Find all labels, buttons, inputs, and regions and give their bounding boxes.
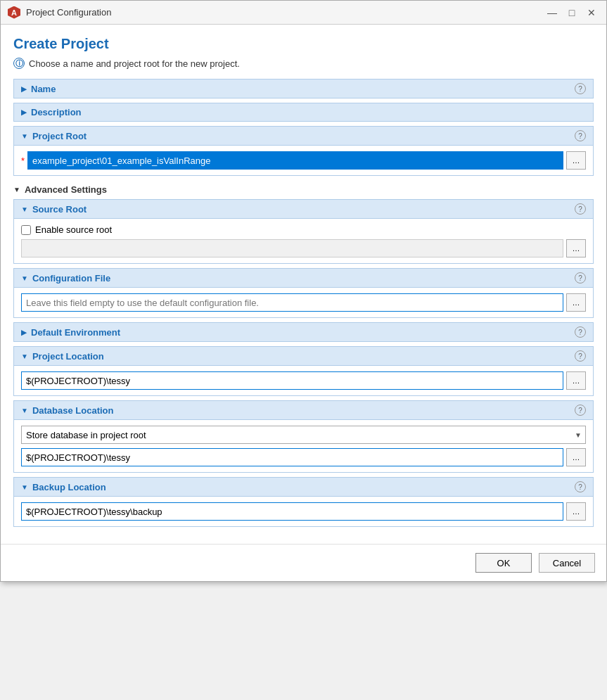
enable-source-root-checkbox[interactable] bbox=[21, 225, 31, 235]
database-location-select[interactable]: Store database in project root Custom lo… bbox=[21, 426, 586, 444]
project-location-browse-button[interactable]: … bbox=[566, 371, 586, 390]
database-location-dropdown-row: Store database in project root Custom lo… bbox=[21, 426, 586, 444]
config-file-browse-button[interactable]: … bbox=[566, 293, 586, 312]
backup-location-help-icon[interactable]: ? bbox=[575, 481, 586, 492]
backup-location-section: ▼ Backup Location ? … bbox=[13, 477, 594, 527]
source-root-input[interactable] bbox=[21, 239, 563, 257]
database-location-section-title: ▼ Database Location bbox=[21, 405, 114, 416]
backup-location-browse-button[interactable]: … bbox=[566, 502, 586, 521]
source-root-arrow-icon: ▼ bbox=[21, 205, 28, 213]
default-environment-help-icon[interactable]: ? bbox=[575, 326, 586, 338]
titlebar: A Project Configuration — □ ✕ bbox=[1, 1, 606, 25]
info-icon: ⓘ bbox=[13, 58, 25, 69]
page-title: Create Project bbox=[13, 36, 594, 52]
database-location-body: Store database in project root Custom lo… bbox=[13, 420, 594, 473]
advanced-settings-arrow-icon: ▼ bbox=[13, 186, 20, 193]
name-help-icon[interactable]: ? bbox=[575, 83, 586, 94]
default-env-arrow-icon: ▶ bbox=[21, 329, 27, 336]
ok-button[interactable]: OK bbox=[475, 553, 532, 573]
description-section-header[interactable]: ▶ Description bbox=[13, 103, 594, 122]
database-location-arrow-icon: ▼ bbox=[21, 407, 28, 414]
backup-location-input[interactable] bbox=[21, 502, 563, 521]
configuration-file-section-header[interactable]: ▼ Configuration File ? bbox=[13, 268, 594, 288]
required-indicator: * bbox=[21, 155, 25, 166]
project-root-input[interactable] bbox=[27, 151, 563, 170]
project-root-section-header[interactable]: ▼ Project Root ? bbox=[13, 126, 594, 146]
database-location-input[interactable] bbox=[21, 448, 563, 466]
titlebar-controls: — □ ✕ bbox=[544, 5, 599, 20]
source-root-input-row: … bbox=[21, 239, 586, 257]
backup-location-input-row: … bbox=[21, 502, 586, 521]
project-root-arrow-icon: ▼ bbox=[21, 132, 28, 140]
cancel-button[interactable]: Cancel bbox=[539, 553, 595, 573]
configuration-file-section-title: ▼ Configuration File bbox=[21, 273, 110, 284]
source-root-help-icon[interactable]: ? bbox=[575, 203, 586, 215]
database-location-select-wrapper: Store database in project root Custom lo… bbox=[21, 426, 586, 444]
backup-location-section-header[interactable]: ▼ Backup Location ? bbox=[13, 477, 594, 497]
advanced-settings-bar[interactable]: ▼ Advanced Settings bbox=[13, 180, 594, 199]
name-section-title: ▶ Name bbox=[21, 84, 56, 94]
maximize-button[interactable]: □ bbox=[564, 5, 580, 20]
project-root-browse-button[interactable]: … bbox=[566, 151, 586, 170]
name-section: ▶ Name ? bbox=[13, 79, 594, 98]
project-root-input-row: * … bbox=[21, 151, 586, 170]
project-configuration-window: A Project Configuration — □ ✕ Create Pro… bbox=[0, 0, 607, 582]
database-location-browse-button[interactable]: … bbox=[566, 448, 586, 466]
project-location-body: … bbox=[13, 366, 594, 396]
config-file-help-icon[interactable]: ? bbox=[575, 272, 586, 284]
config-file-input[interactable] bbox=[21, 293, 563, 312]
page-subtitle: ⓘ Choose a name and project root for the… bbox=[13, 58, 594, 69]
description-section-title: ▶ Description bbox=[21, 107, 82, 117]
titlebar-title: Project Configuration bbox=[26, 7, 111, 18]
default-environment-section-header[interactable]: ▶ Default Environment ? bbox=[13, 322, 594, 342]
dialog-footer: OK Cancel bbox=[1, 544, 606, 581]
project-root-body: * … bbox=[13, 146, 594, 176]
database-location-input-row: … bbox=[21, 448, 586, 466]
configuration-file-section: ▼ Configuration File ? … bbox=[13, 268, 594, 318]
close-button[interactable]: ✕ bbox=[584, 5, 599, 20]
project-root-section: ▼ Project Root ? * … bbox=[13, 126, 594, 176]
database-location-help-icon[interactable]: ? bbox=[575, 405, 586, 416]
project-location-input[interactable] bbox=[21, 371, 563, 390]
database-location-section-header[interactable]: ▼ Database Location ? bbox=[13, 400, 594, 420]
enable-source-root-row: Enable source root bbox=[21, 224, 586, 235]
description-arrow-icon: ▶ bbox=[21, 108, 27, 116]
default-environment-section: ▶ Default Environment ? bbox=[13, 322, 594, 342]
project-root-section-title: ▼ Project Root bbox=[21, 131, 87, 141]
configuration-file-body: … bbox=[13, 288, 594, 318]
source-root-section-header[interactable]: ▼ Source Root ? bbox=[13, 199, 594, 219]
config-file-input-row: … bbox=[21, 293, 586, 312]
database-location-section: ▼ Database Location ? Store database in … bbox=[13, 400, 594, 473]
default-environment-section-title: ▶ Default Environment bbox=[21, 327, 120, 338]
backup-location-body: … bbox=[13, 497, 594, 527]
project-location-arrow-icon: ▼ bbox=[21, 352, 28, 360]
project-location-input-row: … bbox=[21, 371, 586, 390]
backup-location-arrow-icon: ▼ bbox=[21, 483, 28, 491]
name-section-header[interactable]: ▶ Name ? bbox=[13, 79, 594, 98]
config-file-arrow-icon: ▼ bbox=[21, 274, 28, 282]
project-location-help-icon[interactable]: ? bbox=[575, 350, 586, 362]
source-root-browse-button[interactable]: … bbox=[566, 239, 586, 257]
dialog-content: Create Project ⓘ Choose a name and proje… bbox=[1, 25, 606, 538]
source-root-body: Enable source root … bbox=[13, 219, 594, 264]
source-root-section-title: ▼ Source Root bbox=[21, 204, 87, 215]
project-root-help-icon[interactable]: ? bbox=[575, 130, 586, 141]
name-arrow-icon: ▶ bbox=[21, 85, 27, 93]
enable-source-root-label: Enable source root bbox=[35, 224, 112, 235]
description-section: ▶ Description bbox=[13, 103, 594, 122]
backup-location-section-title: ▼ Backup Location bbox=[21, 482, 106, 492]
project-location-section-header[interactable]: ▼ Project Location ? bbox=[13, 346, 594, 366]
project-location-section-title: ▼ Project Location bbox=[21, 351, 104, 362]
minimize-button[interactable]: — bbox=[544, 5, 560, 20]
app-icon: A bbox=[8, 6, 20, 19]
project-location-section: ▼ Project Location ? … bbox=[13, 346, 594, 396]
source-root-section: ▼ Source Root ? Enable source root … bbox=[13, 199, 594, 264]
titlebar-left: A Project Configuration bbox=[8, 6, 111, 19]
